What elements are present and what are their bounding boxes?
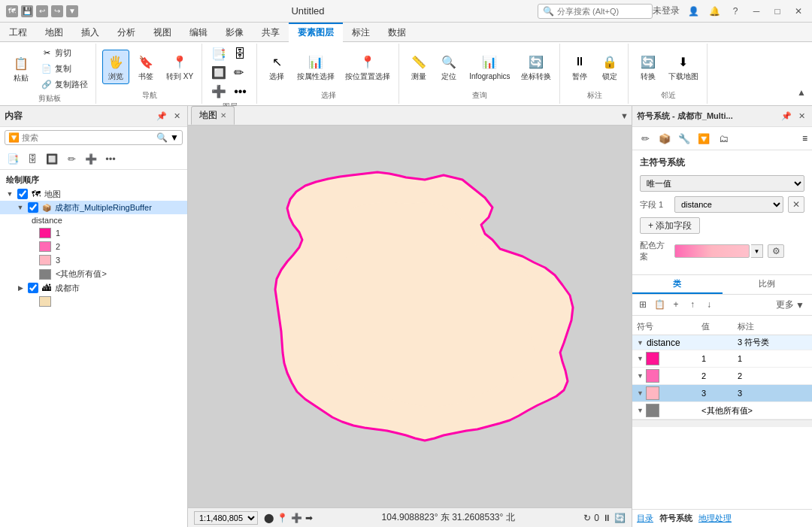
pause-status-icon[interactable]: ⏸ [602,513,611,523]
chengdu-expand-icon[interactable]: ▶ [15,283,26,293]
symbol-cell-3[interactable]: ▼ [632,385,697,402]
scrollbar-hint[interactable] [632,419,812,427]
attr-select-button[interactable]: 📊 按属性选择 [293,50,338,83]
symtb-btn1[interactable]: ✏ [637,130,653,147]
tt-grid-btn[interactable]: ⊞ [635,297,650,312]
field1-clear-btn[interactable]: ✕ [788,196,804,213]
symtb-btn3[interactable]: 🔧 [676,130,692,147]
redo-icon[interactable]: ↪ [51,5,63,17]
sidebar-tb-btn5[interactable]: ➕ [83,150,99,167]
copy-button[interactable]: 📄 复制 [38,61,91,76]
layer-btn5[interactable]: ➕ [208,83,229,100]
undo-icon[interactable]: ↩ [36,5,48,17]
tab-classes[interactable]: 类 [632,275,723,294]
nav-icon-4[interactable]: ➡ [305,513,313,523]
tab-label[interactable]: 标注 [343,23,379,42]
ribbon-collapse-btn[interactable]: ▲ [794,84,809,101]
locate-button[interactable]: 🔍 定位 [435,50,462,83]
dropdown-icon[interactable]: ▼ [66,5,78,17]
infographics-button[interactable]: 📊 Infographics [465,50,514,83]
table-row-selected[interactable]: ▼ 3 3 [632,385,812,402]
chengdu-checkbox[interactable] [28,283,38,293]
buffer-expand-icon[interactable]: ▼ [15,202,26,213]
save-icon[interactable]: 💾 [21,5,33,17]
maximize-btn[interactable]: □ [770,4,785,19]
tab-featurelayer[interactable]: 要素图层 [289,23,343,42]
bottom-tab-geoprocessing[interactable]: 地理处理 [698,513,732,524]
minimize-btn[interactable]: ─ [749,4,764,19]
symbol-close-icon[interactable]: ✕ [795,111,807,123]
color-scheme-dropdown[interactable]: ▼ [751,244,763,258]
tab-analysis[interactable]: 分析 [108,23,144,42]
browse-button[interactable]: 🖐 浏览 [102,50,129,84]
layer-btn2[interactable]: 🗄 [231,45,252,62]
search-input[interactable] [557,7,647,16]
distance-group-row[interactable]: ▼ distance 3 符号类 [632,335,812,350]
symtb-btn5[interactable]: 🗂 [715,130,732,147]
sidebar-search[interactable]: 🔽 🔍 ▼ [5,130,183,145]
table-row-other[interactable]: ▼ <其他所有值> [632,402,812,419]
table-row[interactable]: ▼ 1 1 [632,350,812,368]
layer-btn3[interactable]: 🔲 [208,64,229,81]
map-checkbox[interactable] [17,189,28,199]
tt-copy-btn[interactable]: 📋 [652,297,667,312]
download-map-button[interactable]: ⬇ 下载地图 [665,50,702,83]
sidebar-tb-btn6[interactable]: ••• [102,150,119,167]
paste-button[interactable]: 📋 粘贴 [8,52,35,85]
lock-button[interactable]: 🔒 锁定 [596,50,623,83]
convert-button[interactable]: 🔄 转换 [635,50,662,83]
map-expand-icon[interactable]: ▼ [5,189,15,199]
sidebar-tb-btn4[interactable]: ✏ [63,150,80,167]
sidebar-close-icon[interactable]: ✕ [171,111,183,123]
tt-more-btn[interactable]: 更多 ▼ [771,297,809,313]
title-bar-search[interactable]: 🔍 [538,4,653,19]
layer-chengdu[interactable]: ▶ 🏙 成都市 [0,281,187,295]
add-field-btn[interactable]: + 添加字段 [640,217,700,234]
goto-button[interactable]: 📍 转到 XY [162,50,197,83]
tab-share[interactable]: 共享 [253,23,289,42]
symbol-pin-icon[interactable]: 📌 [780,111,792,123]
tab-imagery[interactable]: 影像 [217,23,253,42]
add-field-row[interactable]: + 添加字段 [640,217,804,234]
symtb-btn2[interactable]: 📦 [656,130,673,147]
notification-icon[interactable]: 🔔 [707,4,722,19]
symbol-cell-2[interactable]: ▼ [632,368,697,385]
map-tab-close[interactable]: ✕ [220,111,226,120]
tab-data[interactable]: 数据 [379,23,415,42]
buffer-checkbox[interactable] [28,202,38,213]
sidebar-tb-btn1[interactable]: 📑 [5,150,21,167]
sidebar-tb-btn2[interactable]: 🗄 [24,150,41,167]
bottom-tab-catalog[interactable]: 目录 [637,513,653,524]
table-row[interactable]: ▼ 2 2 [632,368,812,385]
loc-select-button[interactable]: 📍 按位置置选择 [341,50,394,83]
sidebar-search-input[interactable] [22,133,154,142]
select-button[interactable]: ↖ 选择 [263,50,290,83]
map-tab-main[interactable]: 地图 ✕ [191,106,235,125]
tt-add-btn[interactable]: + [668,297,683,312]
unique-value-select[interactable]: 唯一值 [640,175,804,192]
layer-map[interactable]: ▼ 🗺 地图 [0,187,187,201]
tab-project[interactable]: 工程 [0,23,36,42]
scale-select[interactable]: 1:1,480,805 [194,511,258,525]
map-canvas[interactable] [188,126,632,507]
field1-select[interactable]: distance [674,196,783,213]
layer-buffer[interactable]: ▼ 📦 成都市_MultipleRingBuffer [0,201,187,214]
sidebar-pin-icon[interactable]: 📌 [156,111,168,123]
bookmark-button[interactable]: 🔖 书签 [132,50,159,83]
pause-button[interactable]: ⏸ 暂停 [566,50,593,83]
sidebar-tb-btn3[interactable]: 🔲 [44,150,60,167]
refresh-icon[interactable]: 🔄 [614,513,626,523]
nav-icon-3[interactable]: ➕ [291,513,302,523]
nav-icon-1[interactable]: ⬤ [264,513,274,523]
nav-icon-2[interactable]: 📍 [277,513,288,523]
map-tabs-dropdown[interactable]: ▼ [620,111,629,120]
tab-scale[interactable]: 比例 [723,275,813,294]
layer-btn6[interactable]: ••• [231,83,252,100]
close-btn[interactable]: ✕ [791,4,806,19]
tt-up-btn[interactable]: ↑ [685,297,700,312]
tab-insert[interactable]: 插入 [72,23,108,42]
help-btn[interactable]: ? [728,4,743,19]
copypath-button[interactable]: 🔗 复制路径 [38,77,91,92]
coord-convert-button[interactable]: 🔄 坐标转换 [517,50,555,83]
tab-map[interactable]: 地图 [36,23,72,42]
